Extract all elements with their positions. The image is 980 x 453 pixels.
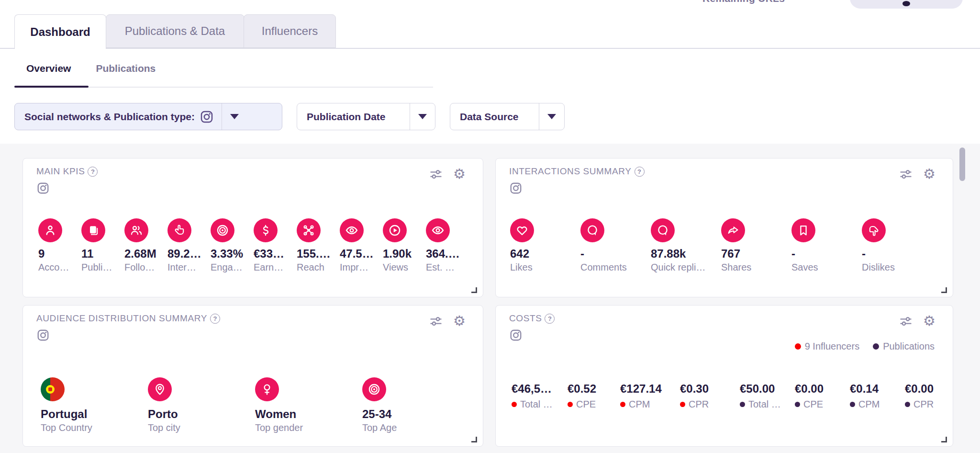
instagram-icon (36, 181, 50, 195)
filter-social-networks-label: Social networks & Publication type: (24, 111, 195, 123)
cost-value: €0.52 (568, 382, 620, 396)
interaction-value: - (791, 247, 862, 260)
kpi-value: 11 (81, 247, 124, 260)
kpi-label: Reach (297, 262, 340, 273)
tab-publications-data[interactable]: Publications & Data (106, 14, 245, 48)
dollar-icon (254, 218, 278, 242)
purple-dot-icon (905, 402, 910, 407)
resize-handle[interactable] (941, 437, 947, 442)
instagram-icon (200, 110, 214, 124)
resize-handle[interactable] (941, 287, 947, 293)
filter-data-source[interactable]: Data Source (450, 103, 565, 130)
tab-influencers[interactable]: Influencers (244, 14, 336, 48)
interactions-row: 642 Likes - Comments 87.88k Quick repli…… (510, 218, 932, 273)
cost-value: €0.00 (795, 382, 850, 396)
cost-total-influencers: €46,5… Total … (512, 382, 568, 410)
cost-value: €50.00 (740, 382, 795, 396)
kpi-value: 3.33% (211, 247, 254, 260)
filter-settings-icon[interactable] (899, 315, 913, 328)
costs-legend: 9 Influencers Publications (795, 341, 935, 352)
cost-label-text: CPR (913, 399, 934, 410)
gear-icon[interactable]: ⚙ (923, 167, 935, 181)
cost-cpm-influencers: €127.14 CPM (620, 382, 680, 410)
legend-publications: Publications (873, 341, 935, 352)
cost-cpe-publications: €0.00 CPE (795, 382, 850, 410)
kpi-label: Acco… (38, 262, 81, 273)
sub-tab-bar: Overview Publications (26, 63, 156, 74)
audience-value: Women (255, 408, 362, 421)
interaction-comments: - Comments (580, 218, 651, 273)
tap-icon (167, 218, 191, 242)
topbar-button[interactable] (850, 0, 963, 9)
interaction-value: - (862, 247, 932, 260)
kpi-views: 1.90k Views (383, 218, 426, 273)
cost-label-text: CPM (629, 399, 650, 410)
red-dot-icon (620, 402, 625, 407)
chevron-down-icon (230, 114, 239, 119)
kpi-value: 9 (38, 247, 81, 260)
interaction-value: 87.88k (651, 247, 721, 260)
card-title: INTERACTIONS SUMMARY (509, 166, 632, 177)
card-title: COSTS (509, 313, 542, 324)
audience-top-gender: Women Top gender (255, 377, 362, 433)
interactions-summary-card: INTERACTIONS SUMMARY ? ⚙ 642 Likes - Com… (495, 158, 953, 297)
resize-handle[interactable] (471, 437, 477, 442)
tab-dashboard[interactable]: Dashboard (14, 14, 106, 49)
red-dot-icon (512, 402, 517, 407)
publications-icon (81, 218, 105, 242)
cost-value: €46,5… (512, 382, 568, 396)
filter-social-networks[interactable]: Social networks & Publication type: (14, 103, 282, 130)
subtab-publications[interactable]: Publications (96, 63, 156, 74)
help-icon[interactable]: ? (88, 167, 98, 177)
purple-dot-icon (740, 402, 745, 407)
interaction-label: Comments (580, 262, 651, 273)
kpi-impressions: 47.5… Impr… (340, 218, 383, 273)
bookmark-icon (791, 218, 815, 242)
help-icon[interactable]: ? (635, 167, 645, 177)
red-dot-icon (795, 343, 801, 350)
kpi-earned-media: €33… Earn… (254, 218, 297, 273)
subtab-overview[interactable]: Overview (26, 63, 71, 74)
kpi-value: 1.90k (383, 247, 426, 260)
audience-value: Portugal (41, 408, 148, 421)
gear-icon[interactable]: ⚙ (453, 314, 466, 328)
kpi-value: 155.… (297, 247, 340, 260)
gear-icon[interactable]: ⚙ (923, 314, 935, 328)
kpi-label: Impr… (340, 262, 383, 273)
help-icon[interactable]: ? (210, 314, 220, 324)
costs-card: COSTS ? ⚙ 9 Influencers Publications (495, 305, 953, 447)
interaction-value: - (580, 247, 651, 260)
audience-value: Porto (148, 408, 255, 421)
kpi-label: Inter… (167, 262, 211, 273)
card-title: AUDIENCE DISTRIBUTION SUMMARY (36, 313, 207, 324)
interaction-value: 767 (721, 247, 791, 260)
kpi-value: 2.68M (124, 247, 167, 260)
scrollbar-thumb[interactable] (959, 147, 965, 181)
help-icon[interactable]: ? (545, 314, 555, 324)
filter-publication-date[interactable]: Publication Date (297, 103, 435, 130)
filter-settings-icon[interactable] (899, 168, 913, 181)
gear-icon[interactable]: ⚙ (453, 167, 466, 181)
location-pin-icon (148, 377, 172, 401)
filter-settings-icon[interactable] (429, 315, 443, 328)
cost-label-text: Total … (748, 399, 781, 410)
kpi-value: 364.… (426, 247, 469, 260)
cost-value: €0.14 (850, 382, 905, 396)
filter-data-source-label: Data Source (460, 111, 519, 123)
cost-cpm-publications: €0.14 CPM (850, 382, 905, 410)
audience-label: Top city (148, 422, 255, 433)
resize-handle[interactable] (471, 287, 477, 293)
tab-influencers-label: Influencers (262, 24, 318, 38)
purple-dot-icon (873, 343, 879, 350)
target-icon (211, 218, 234, 242)
filter-settings-icon[interactable] (429, 168, 443, 181)
comment-icon (580, 218, 604, 242)
audience-top-city: Porto Top city (148, 377, 255, 433)
cost-label-text: CPM (858, 399, 880, 410)
main-kpis-card: MAIN KPIS ? ⚙ 9 Acco… 11 Publi… (22, 158, 483, 297)
target-icon (362, 377, 386, 401)
chevron-down-icon (418, 114, 427, 119)
kpi-label: Enga… (211, 262, 254, 273)
kpi-label: Est. … (426, 262, 469, 273)
topbar-button-icon (902, 1, 910, 6)
